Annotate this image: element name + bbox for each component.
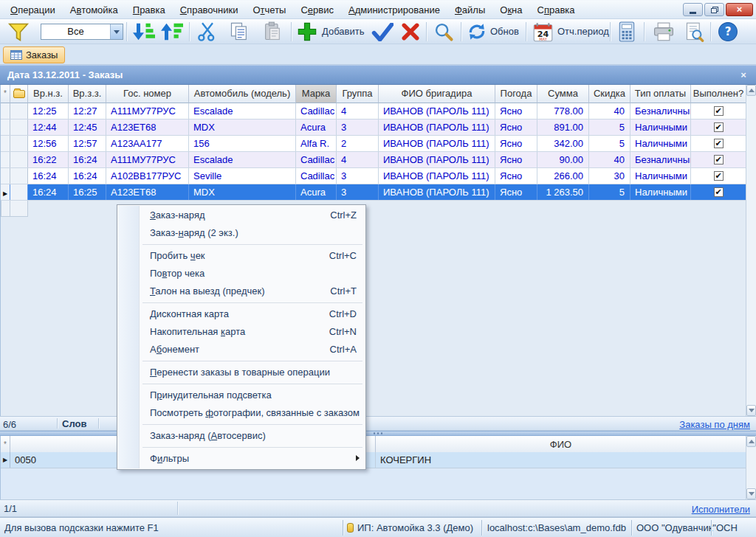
column-header-gos[interactable]: Гос. номер: [106, 85, 189, 103]
executors-count: 1/1: [4, 503, 17, 514]
menubar-item[interactable]: Справочники: [173, 1, 246, 18]
context-menu-item[interactable]: Накопительная картаCtrl+N: [117, 323, 365, 341]
print-preview-button[interactable]: [681, 21, 707, 43]
minimize-button[interactable]: [683, 3, 703, 16]
context-menu-item[interactable]: Принудительная подсветка: [117, 387, 365, 404]
filter-button[interactable]: [4, 21, 32, 43]
context-menu-item[interactable]: Заказ-нарядCtrl+Z: [117, 207, 365, 224]
column-header-pogoda[interactable]: Погода: [495, 85, 537, 103]
cut-button[interactable]: [193, 21, 221, 43]
report-period-button[interactable]: 24MAY: [530, 21, 555, 43]
menubar-item[interactable]: Файлы: [447, 1, 492, 18]
search-button[interactable]: [430, 21, 458, 43]
column-header-model[interactable]: Автомобиль (модель): [189, 85, 296, 103]
menubar-item[interactable]: Администрирование: [341, 1, 447, 18]
grid-row[interactable]: 12:5612:57А123АА177156Alfa R.2ИВАНОВ (ПА…: [1, 136, 746, 152]
column-header-done[interactable]: Выполнен?: [691, 85, 746, 103]
sort-asc-button[interactable]: [158, 21, 185, 43]
cell-model: MDX: [189, 119, 296, 135]
grid-row[interactable]: ▶16:2416:25А123ЕТ68MDXAcura3ИВАНОВ (ПАРО…: [1, 184, 746, 201]
add-button[interactable]: [295, 21, 320, 43]
column-header-oplata[interactable]: Тип оплаты: [630, 85, 691, 103]
done-checkbox[interactable]: ✔: [714, 155, 724, 164]
executor-row[interactable]: ▶ 0050 КОЧЕРГИН: [1, 452, 746, 468]
context-menu-item[interactable]: Заказ-наряд (Автосервис): [117, 427, 365, 445]
cell-pogoda: Ясно: [495, 119, 537, 135]
grid-row[interactable]: 16:2416:24А102ВВ177РУСSevilleCadillac3ИВ…: [1, 168, 746, 184]
cell-indicator: [10, 119, 28, 135]
restore-button[interactable]: [704, 3, 724, 16]
done-checkbox[interactable]: ✔: [714, 187, 724, 197]
dropdown-arrow-icon[interactable]: [110, 24, 123, 39]
context-menu-shortcut: Ctrl+D: [329, 305, 357, 323]
scroll-up-button[interactable]: [746, 85, 756, 96]
column-header-gruppa[interactable]: Группа: [337, 85, 379, 103]
grid-row[interactable]: 12:2512:27А111МУ77РУСEscaladeCadillac4ИВ…: [1, 103, 746, 119]
column-header-folder[interactable]: [10, 85, 28, 103]
done-checkbox[interactable]: ✔: [714, 106, 724, 116]
context-menu-item[interactable]: Заказ-наряд (2 экз.): [117, 224, 365, 242]
add-button-label[interactable]: Добавить: [322, 26, 364, 37]
context-menu-item[interactable]: Талон на выезд (предчек)Ctrl+T: [117, 283, 365, 300]
scroll-down-button[interactable]: [746, 488, 756, 499]
delete-button[interactable]: [399, 21, 422, 43]
scroll-down-button[interactable]: [746, 405, 756, 416]
orders-by-days-link[interactable]: Заказы по дням: [679, 419, 750, 430]
confirm-button[interactable]: [368, 21, 397, 43]
executors-link[interactable]: Исполнители: [692, 504, 750, 515]
print-button[interactable]: [648, 21, 679, 43]
context-menu-item[interactable]: Дисконтная картаCtrl+D: [117, 305, 365, 323]
menubar-item[interactable]: Операции: [3, 1, 63, 18]
done-checkbox[interactable]: ✔: [714, 122, 724, 132]
menubar-item[interactable]: Отчеты: [245, 1, 293, 18]
context-menu-item[interactable]: Повтор чека: [117, 265, 365, 283]
executors-vscrollbar[interactable]: [746, 436, 756, 499]
splitter-handle[interactable]: [0, 431, 756, 436]
context-menu-label: Заказ-наряд: [150, 209, 205, 221]
context-menu-item[interactable]: Перенести заказы в товарные операции: [117, 364, 365, 381]
copy-button[interactable]: [224, 21, 254, 43]
status-app: ИП: Автомойка 3.3 (Демо): [357, 522, 473, 533]
grid-vscrollbar[interactable]: [746, 85, 756, 416]
menubar-item[interactable]: Автомойка: [63, 1, 126, 18]
close-button[interactable]: ×: [726, 3, 753, 16]
refresh-button[interactable]: [465, 21, 489, 43]
submenu-arrow-icon: [356, 455, 360, 461]
grid-row[interactable]: 12:4412:45А123ЕТ68MDXAcura3ИВАНОВ (ПАРОЛ…: [1, 119, 746, 136]
filter-scope-select[interactable]: Все: [41, 24, 123, 40]
grid-row[interactable]: 16:2216:24А111МУ77РУСEscaladeCadillac4ИВ…: [1, 152, 746, 168]
cell-pogoda: Ясно: [495, 103, 537, 119]
column-header-fio[interactable]: ФИО бригадира: [379, 85, 495, 103]
cell-vrzz: 12:57: [69, 136, 106, 151]
context-menu: Заказ-нарядCtrl+ZЗаказ-наряд (2 экз.)Про…: [117, 204, 366, 470]
column-header-skidka[interactable]: Скидка: [589, 85, 630, 103]
done-checkbox[interactable]: ✔: [714, 171, 724, 181]
column-header-marker[interactable]: *: [1, 85, 10, 103]
document-close-icon[interactable]: ×: [737, 66, 750, 85]
paste-button[interactable]: [258, 21, 287, 43]
context-menu-item[interactable]: Посмотреть фотографии, связанные с заказ…: [117, 404, 365, 422]
help-button[interactable]: ?: [715, 21, 741, 43]
column-header-vrnz[interactable]: Вр.н.з.: [28, 85, 69, 103]
context-menu-shortcut: Ctrl+Z: [330, 207, 357, 224]
context-menu-item[interactable]: АбонементCtrl+A: [117, 341, 365, 358]
menubar-item[interactable]: Окна: [492, 1, 529, 18]
column-header-summa[interactable]: Сумма: [537, 85, 589, 103]
menubar-item[interactable]: Правка: [126, 1, 173, 18]
scroll-up-button[interactable]: [746, 436, 756, 447]
context-menu-item[interactable]: Фильтры: [117, 450, 365, 468]
report-period-label[interactable]: Отч.период: [557, 26, 609, 37]
sort-desc-button[interactable]: [130, 21, 157, 43]
column-header-marka[interactable]: Марка: [296, 85, 337, 103]
database-icon: [347, 523, 354, 533]
column-header-vrzz[interactable]: Вр.з.з.: [69, 85, 106, 103]
tab-orders[interactable]: Заказы: [3, 46, 65, 63]
refresh-button-label[interactable]: Обнов: [490, 26, 519, 37]
menubar-item[interactable]: Сервис: [293, 1, 341, 18]
orders-grid: *Вр.н.з.Вр.з.з.Гос. номерАвтомобиль (мод…: [0, 85, 756, 416]
context-menu-item[interactable]: Пробить чекCtrl+C: [117, 247, 365, 265]
status-divider: [343, 520, 343, 536]
calculator-button[interactable]: [614, 21, 640, 43]
menubar-item[interactable]: Справка: [530, 1, 583, 18]
done-checkbox[interactable]: ✔: [714, 139, 724, 148]
